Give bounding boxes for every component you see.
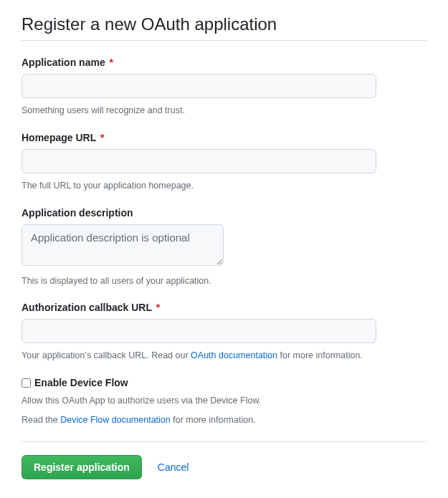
field-homepage-url: Homepage URL * The full URL to your appl… — [22, 132, 426, 193]
description-help: This is displayed to all users of your a… — [22, 274, 426, 288]
device-flow-label-row: Enable Device Flow — [22, 377, 426, 388]
required-marker: * — [110, 57, 113, 68]
description-textarea[interactable] — [22, 224, 224, 266]
device-flow-checkbox[interactable] — [22, 378, 31, 388]
field-app-name: Application name * Something users will … — [22, 57, 426, 118]
field-device-flow: Enable Device Flow Allow this OAuth App … — [22, 377, 426, 427]
divider — [22, 441, 426, 442]
app-name-label: Application name * — [22, 57, 426, 68]
cancel-link[interactable]: Cancel — [158, 461, 189, 473]
app-name-help: Something users will recognize and trust… — [22, 104, 426, 118]
callback-help: Your application's callback URL. Read ou… — [22, 349, 426, 363]
app-name-input[interactable] — [22, 74, 376, 98]
required-marker: * — [100, 132, 104, 143]
homepage-label: Homepage URL * — [22, 132, 426, 143]
oauth-registration-form: Application name * Something users will … — [22, 57, 426, 479]
homepage-help: The full URL to your application homepag… — [22, 179, 426, 193]
device-flow-help-1: Allow this OAuth App to authorize users … — [22, 394, 426, 408]
device-flow-doc-link[interactable]: Device Flow documentation — [60, 415, 171, 425]
description-label: Application description — [22, 207, 426, 219]
device-flow-label: Enable Device Flow — [34, 377, 128, 388]
callback-label: Authorization callback URL * — [22, 302, 426, 313]
register-button[interactable]: Register application — [22, 455, 142, 479]
oauth-doc-link[interactable]: OAuth documentation — [191, 350, 277, 360]
form-actions: Register application Cancel — [22, 455, 426, 479]
field-callback-url: Authorization callback URL * Your applic… — [22, 302, 426, 363]
device-flow-help-2: Read the Device Flow documentation for m… — [22, 413, 426, 427]
page-title: Register a new OAuth application — [22, 14, 426, 41]
field-description: Application description This is displaye… — [22, 207, 426, 288]
homepage-input[interactable] — [22, 149, 376, 173]
required-marker: * — [156, 302, 160, 313]
callback-input[interactable] — [22, 319, 376, 343]
